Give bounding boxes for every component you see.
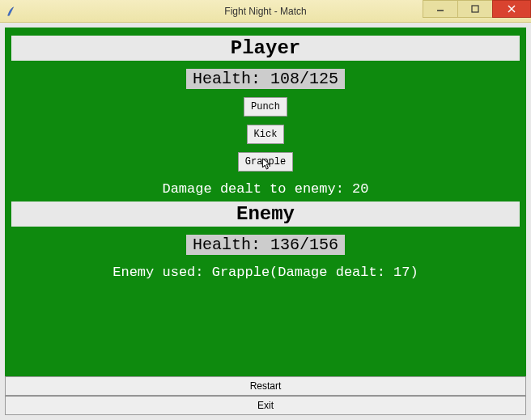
close-button[interactable]	[492, 0, 531, 18]
close-icon	[508, 5, 516, 13]
maximize-button[interactable]	[457, 0, 493, 18]
grapple-button[interactable]: Grapple	[238, 152, 293, 172]
enemy-header: Enemy	[11, 202, 520, 227]
punch-button[interactable]: Punch	[244, 97, 287, 117]
app-icon	[5, 5, 18, 18]
player-header: Player	[11, 36, 520, 61]
enemy-action-status: Enemy used: Grapple(Damage dealt: 17)	[113, 265, 418, 280]
svg-rect-1	[472, 6, 478, 12]
minimize-icon	[436, 5, 444, 13]
restart-button[interactable]: Restart	[5, 376, 526, 396]
window-titlebar: Fight Night - Match	[0, 0, 531, 23]
exit-button[interactable]: Exit	[5, 396, 526, 415]
app-canvas: Player Health: 108/125 Punch Kick Grappl…	[0, 23, 531, 420]
maximize-icon	[471, 5, 479, 13]
kick-button[interactable]: Kick	[247, 125, 285, 144]
player-health: Health: 108/125	[186, 69, 345, 89]
game-area: Player Health: 108/125 Punch Kick Grappl…	[5, 28, 526, 376]
minimize-button[interactable]	[423, 0, 458, 18]
enemy-health: Health: 136/156	[186, 235, 345, 255]
player-damage-status: Damage dealt to enemy: 20	[162, 181, 368, 197]
window-controls	[423, 0, 531, 22]
grapple-button-label: Grapple	[245, 156, 286, 168]
footer-buttons: Restart Exit	[5, 376, 526, 415]
